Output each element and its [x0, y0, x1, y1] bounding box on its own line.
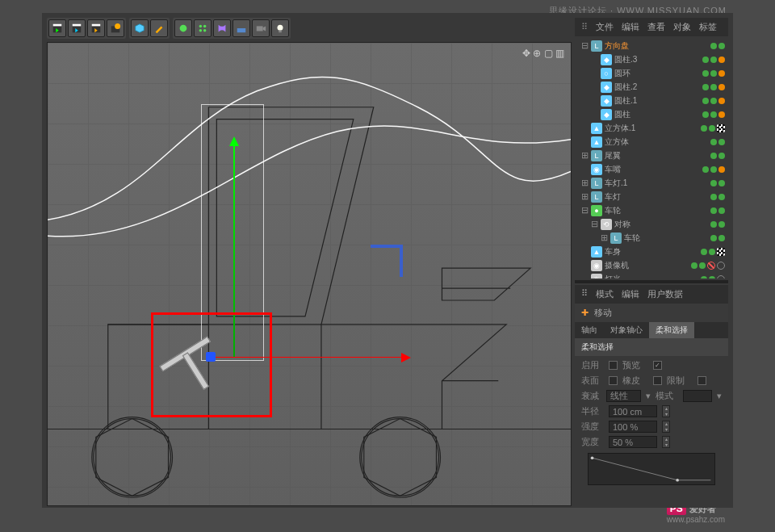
tree-row[interactable]: ◆圆柱.3 — [575, 52, 728, 66]
menu-icon[interactable]: ⠿ — [581, 22, 588, 32]
tag-icon[interactable] — [718, 57, 725, 63]
tag-icon[interactable] — [702, 111, 709, 118]
object-name[interactable]: 圆柱.1 — [614, 95, 700, 107]
camera-icon[interactable] — [252, 19, 270, 37]
tree-row[interactable]: ▲立方体 — [575, 135, 728, 149]
tag-area[interactable] — [701, 248, 725, 256]
menu-object[interactable]: 对象 — [673, 21, 691, 33]
menu-edit[interactable]: 编辑 — [622, 21, 639, 33]
menu-file[interactable]: 文件 — [596, 21, 614, 33]
tab-axis[interactable]: 轴向 — [575, 322, 604, 338]
falloff-select[interactable]: 线性 — [606, 390, 641, 402]
object-name[interactable]: 圆环 — [614, 68, 700, 79]
tag-icon[interactable] — [710, 235, 717, 241]
object-name[interactable]: 立方体.1 — [605, 123, 698, 134]
pen-icon[interactable] — [150, 19, 168, 37]
tree-row[interactable]: ◆圆柱 — [575, 107, 728, 121]
tag-icon[interactable] — [710, 98, 717, 104]
tag-icon[interactable] — [710, 180, 717, 186]
tag-icon[interactable] — [718, 70, 725, 77]
tag-icon[interactable] — [702, 57, 709, 63]
tag-icon[interactable] — [718, 111, 725, 118]
tree-row[interactable]: ⊞L尾翼 — [575, 149, 728, 162]
nurbs-icon[interactable] — [174, 19, 192, 37]
tag-icon[interactable] — [691, 262, 698, 269]
object-name[interactable]: 车轮 — [624, 232, 708, 244]
tree-row[interactable]: ⊞L车灯.1 — [575, 176, 728, 190]
width-spinner[interactable]: ▴▾ — [662, 436, 670, 448]
tag-icon[interactable] — [718, 180, 725, 186]
tag-area[interactable] — [702, 57, 725, 63]
menu-icon[interactable]: ⠿ — [581, 288, 588, 300]
light-icon[interactable] — [271, 19, 289, 37]
tag-area[interactable] — [710, 153, 725, 159]
clapper-2-icon[interactable] — [68, 19, 86, 37]
array-icon[interactable] — [194, 19, 212, 37]
tag-icon[interactable] — [718, 84, 725, 90]
viewport[interactable]: ✥ ⊕ ▢ ▥ — [47, 42, 572, 506]
tag-icon[interactable] — [710, 139, 717, 145]
tag-icon[interactable] — [710, 70, 717, 77]
object-name[interactable]: 立方体 — [605, 136, 708, 148]
tag-icon[interactable] — [709, 249, 715, 255]
object-name[interactable]: 圆柱 — [614, 109, 700, 120]
object-name[interactable]: 尾翼 — [605, 150, 708, 161]
tag-icon[interactable] — [699, 262, 706, 269]
expand-icon[interactable]: ⊞ — [580, 178, 589, 188]
tag-icon[interactable] — [718, 153, 725, 159]
tag-icon[interactable] — [717, 124, 725, 132]
tree-row[interactable]: ⊟L方向盘 — [575, 39, 728, 52]
tree-row[interactable]: ◉车嘴 — [575, 162, 728, 176]
tag-area[interactable] — [702, 84, 725, 90]
tree-row[interactable]: ✳灯光 — [575, 272, 728, 279]
tree-row[interactable]: ◉摄像机 — [575, 258, 728, 272]
mode-select[interactable] — [683, 390, 712, 402]
tag-icon[interactable] — [710, 194, 717, 200]
tag-area[interactable] — [702, 70, 725, 77]
tag-icon[interactable] — [710, 84, 717, 90]
tag-area[interactable] — [710, 43, 725, 49]
tag-area[interactable] — [701, 124, 725, 132]
clapper-gear-icon[interactable] — [107, 19, 124, 37]
rubber-checkbox[interactable] — [653, 376, 662, 385]
tag-area[interactable] — [710, 180, 725, 186]
object-name[interactable]: 车灯 — [605, 191, 708, 203]
object-name[interactable]: 灯光 — [605, 274, 698, 279]
tree-row[interactable]: ◆圆柱.1 — [575, 94, 728, 107]
tag-icon[interactable] — [718, 166, 725, 173]
menu-tags[interactable]: 标签 — [699, 21, 717, 33]
tag-area[interactable] — [702, 166, 725, 173]
tree-row[interactable]: ⊞L车轮 — [575, 231, 728, 245]
expand-icon[interactable]: ⊞ — [580, 150, 589, 161]
tree-row[interactable]: ⊟●车轮 — [575, 203, 728, 217]
expand-icon[interactable]: ⊟ — [590, 219, 598, 229]
attr-mode[interactable]: 模式 — [596, 288, 614, 300]
attr-user[interactable]: 用户数据 — [647, 288, 683, 300]
object-name[interactable]: 摄像机 — [605, 260, 689, 271]
tree-row[interactable]: ▲车身 — [575, 245, 728, 258]
tag-icon[interactable] — [702, 70, 709, 77]
tag-icon[interactable] — [710, 111, 717, 118]
tree-row[interactable]: ▲立方体.1 — [575, 121, 728, 135]
limit-checkbox[interactable] — [698, 376, 706, 385]
surface-checkbox[interactable] — [609, 376, 618, 385]
tag-icon[interactable] — [718, 207, 725, 214]
tag-icon[interactable] — [707, 262, 715, 270]
object-name[interactable]: 车嘴 — [605, 164, 700, 175]
tag-icon[interactable] — [718, 43, 725, 49]
object-name[interactable]: 车灯.1 — [605, 178, 708, 189]
expand-icon[interactable]: ⊞ — [580, 191, 589, 202]
tag-icon[interactable] — [710, 153, 717, 159]
tag-icon[interactable] — [701, 276, 707, 279]
tag-area[interactable] — [710, 221, 725, 228]
preview-checkbox[interactable]: ✓ — [653, 361, 662, 370]
enable-checkbox[interactable] — [609, 361, 618, 370]
deformer-icon[interactable] — [213, 19, 231, 37]
tag-icon[interactable] — [710, 166, 717, 173]
tree-row[interactable]: ⊞L车灯 — [575, 190, 728, 203]
tag-icon[interactable] — [710, 221, 717, 228]
object-name[interactable]: 对称 — [614, 219, 708, 230]
tag-icon[interactable] — [701, 249, 707, 255]
tag-icon[interactable] — [701, 125, 707, 132]
tag-icon[interactable] — [717, 248, 725, 256]
